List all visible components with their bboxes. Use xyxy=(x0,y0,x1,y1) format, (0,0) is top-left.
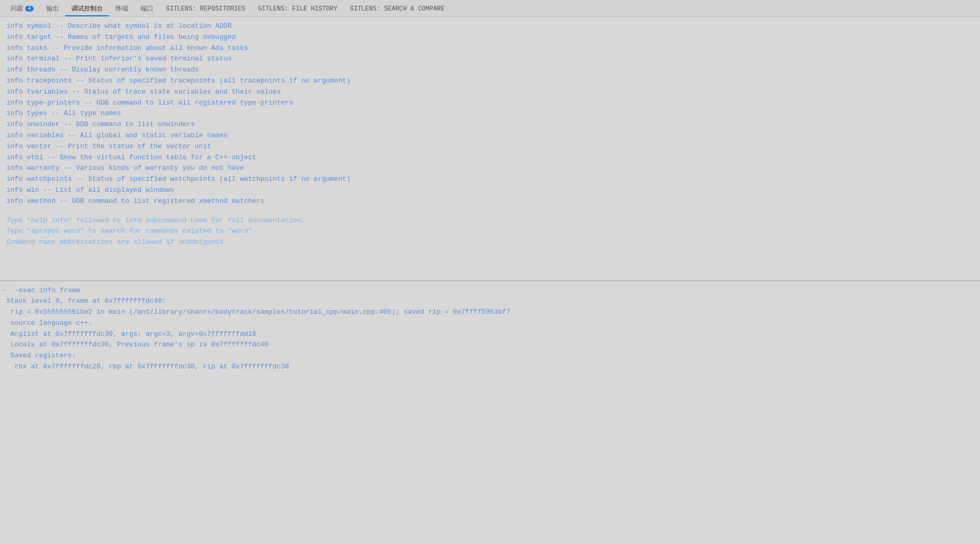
output-line: info types -- All type names xyxy=(6,108,974,119)
tab-terminal-label: 终端 xyxy=(116,4,128,13)
main-content: info symbol -- Describe what symbol is a… xyxy=(0,17,980,544)
output-line: info type-printers -- GDB command to lis… xyxy=(6,98,974,109)
tab-issues-label: 问题 xyxy=(11,4,23,13)
output-blank xyxy=(6,207,974,215)
output-line: info tvariables -- Status of trace state… xyxy=(6,87,974,98)
output-line: info win -- List of all displayed window… xyxy=(6,185,974,196)
tab-debug-console-label: 调试控制台 xyxy=(71,4,103,13)
debug-output-line: rbx at 0x7fffffffdc28, rbp at 0x7fffffff… xyxy=(6,362,974,373)
debug-output-line: Stack level 0, frame at 0x7fffffffdc40: xyxy=(6,296,974,307)
tab-gitlens-compare[interactable]: GITLENS: SEARCH & COMPARE xyxy=(343,3,451,16)
tab-gitlens-history[interactable]: GITLENS: FILE HISTORY xyxy=(252,3,343,16)
output-line: info target -- Names of targets and file… xyxy=(6,32,974,43)
output-line: info unwinder -- GDB command to list unw… xyxy=(6,119,974,130)
tab-issues-badge: 4 xyxy=(25,6,34,12)
tab-output-label: 输出 xyxy=(46,4,59,13)
tab-gitlens-repos[interactable]: GITLENS: REPOSITORIES xyxy=(160,3,252,16)
output-line: info variables -- All global and static … xyxy=(6,130,974,141)
debug-output-line: Saved registers: xyxy=(6,351,974,362)
debug-panel[interactable]: → -exec info frame Stack level 0, frame … xyxy=(0,281,980,545)
output-line: info vector -- Print the status of the v… xyxy=(6,141,974,152)
tab-gitlens-compare-label: GITLENS: SEARCH & COMPARE xyxy=(350,5,444,13)
debug-output-line: rip = 0x555555561be2 in main (/mnt/libra… xyxy=(6,307,974,318)
tab-ports-label: 端口 xyxy=(141,4,153,13)
output-line: info threads -- Display currently known … xyxy=(6,65,974,76)
tab-gitlens-history-label: GITLENS: FILE HISTORY xyxy=(258,5,337,13)
tab-bar: 问题 4 输出 调试控制台 终端 端口 GITLENS: REPOSITORIE… xyxy=(0,0,980,17)
output-panel[interactable]: info symbol -- Describe what symbol is a… xyxy=(0,17,980,281)
tab-ports[interactable]: 端口 xyxy=(134,2,160,16)
debug-output-line: Arglist at 0x7fffffffdc30, args: argc=3,… xyxy=(6,329,974,340)
help-lines-container: Type "help info" followed by info subcom… xyxy=(6,215,974,248)
output-line: info tracepoints -- Status of specified … xyxy=(6,76,974,87)
debug-lines-container: Stack level 0, frame at 0x7fffffffdc40: … xyxy=(4,296,974,373)
output-line: info xmethod -- GDB command to list regi… xyxy=(6,196,974,207)
output-line: info warranty -- Various kinds of warran… xyxy=(6,163,974,174)
tab-debug-console[interactable]: 调试控制台 xyxy=(65,2,109,16)
help-line: Type "help info" followed by info subcom… xyxy=(6,215,974,227)
output-line: info tasks -- Provide information about … xyxy=(6,43,974,54)
help-line: Command name abbreviations are allowed i… xyxy=(6,237,974,248)
tab-terminal[interactable]: 终端 xyxy=(109,2,134,16)
output-line: info symbol -- Describe what symbol is a… xyxy=(6,21,974,32)
debug-arrow-icon: → xyxy=(2,286,6,294)
tab-issues[interactable]: 问题 4 xyxy=(4,2,40,16)
output-line: info watchpoints -- Status of specified … xyxy=(6,174,974,185)
output-lines-container: info symbol -- Describe what symbol is a… xyxy=(6,21,974,207)
debug-command-line: -exec info frame xyxy=(15,285,974,296)
help-line: Type "apropos word" to search for comman… xyxy=(6,226,974,237)
debug-output-line: Locals at 0x7fffffffdc30, Previous frame… xyxy=(6,340,974,351)
tab-gitlens-repos-label: GITLENS: REPOSITORIES xyxy=(166,5,245,13)
debug-output-line: source language c++. xyxy=(6,318,974,329)
output-line: info terminal -- Print inferior's saved … xyxy=(6,54,974,65)
output-line: info vtbl -- Show the virtual function t… xyxy=(6,152,974,163)
tab-output[interactable]: 输出 xyxy=(40,2,65,16)
